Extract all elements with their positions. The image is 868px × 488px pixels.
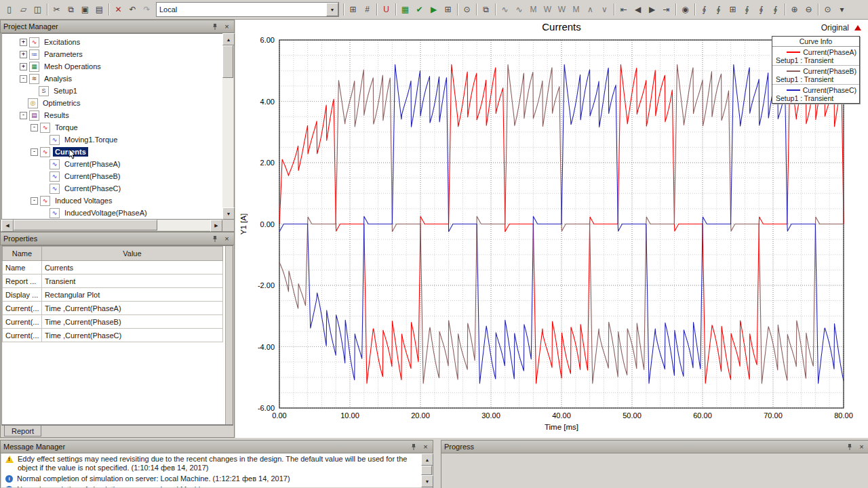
redo-button[interactable]: ↷ — [140, 2, 154, 17]
visibility-button[interactable]: ◉ — [678, 2, 692, 17]
properties-col-value[interactable]: Value — [41, 247, 222, 261]
tree-item-label[interactable]: Mesh Operations — [42, 62, 103, 71]
tree-item-torque[interactable]: -∿Torque — [2, 121, 233, 134]
search-button[interactable]: ⊙ — [460, 2, 474, 17]
legend-entry-current-phasea[interactable]: Current(PhaseA)Setup1 : Transient — [772, 47, 859, 66]
draw-wave2-tool[interactable]: W — [555, 2, 569, 17]
draw-poly-tool[interactable]: M — [569, 2, 583, 17]
scroll-down-icon[interactable]: ▼ — [222, 207, 235, 220]
close-icon[interactable]: × — [421, 443, 430, 451]
validate-button[interactable]: ✔ — [412, 2, 427, 17]
collapse-icon[interactable]: - — [31, 148, 38, 156]
tree-item-current-phaseb[interactable]: ∿Current(PhaseB) — [2, 170, 233, 182]
collapse-icon[interactable]: - — [20, 75, 27, 83]
draw-arc-tool[interactable]: M — [526, 2, 540, 17]
next-frame-button[interactable]: ▶ — [645, 2, 659, 17]
field-overlay-b-button[interactable]: ∮ — [711, 2, 726, 17]
tree-item-inducedvoltage-phasea[interactable]: ∿InducedVoltage(PhaseA) — [2, 207, 233, 219]
zoom-dropdown[interactable]: ▾ — [835, 2, 849, 17]
expand-icon[interactable]: + — [20, 51, 27, 58]
new-file-button[interactable]: ▯ — [2, 2, 16, 17]
sort-triangle-icon[interactable] — [854, 25, 861, 30]
zoom-out-button[interactable]: ⊖ — [802, 2, 816, 17]
undo-button[interactable]: ↶ — [125, 2, 140, 17]
scroll-up-icon[interactable]: ▲ — [222, 33, 235, 45]
property-value[interactable]: Time ,Current(PhaseB) — [41, 315, 222, 329]
prev-frame-button[interactable]: ◀ — [631, 2, 645, 17]
close-icon[interactable]: × — [222, 22, 231, 31]
save-button[interactable]: ◫ — [31, 2, 45, 17]
pin-icon[interactable] — [409, 443, 418, 451]
tree-item-parameters[interactable]: +≔Parameters — [2, 48, 233, 60]
tree-item-label[interactable]: Analysis — [42, 74, 74, 83]
zoom-in-button[interactable]: ⊕ — [787, 2, 802, 17]
tree-vertical-scrollbar[interactable]: ▲ ▼ — [222, 33, 233, 220]
scroll-down-icon[interactable]: ▼ — [421, 475, 433, 487]
scroll-up-icon[interactable]: ▲ — [421, 453, 433, 466]
copy-screen-button[interactable]: ⧉ — [479, 2, 493, 17]
scrollbar-thumb[interactable] — [14, 220, 157, 230]
print-button[interactable]: ▤ — [92, 2, 106, 17]
tree-item-moving1-torque[interactable]: ∿Moving1.Torque — [2, 134, 233, 146]
measure-button[interactable]: # — [360, 2, 374, 17]
pin-icon[interactable] — [210, 22, 219, 31]
message-item[interactable]: Eddy effect settings may need revisiting… — [1, 453, 421, 473]
draw-up-tool[interactable]: ∧ — [583, 2, 597, 17]
delete-button[interactable]: ✕ — [111, 2, 125, 17]
tree-item-currents[interactable]: -∿Currents — [2, 146, 233, 158]
close-icon[interactable]: × — [222, 235, 231, 243]
field-overlay-d-button[interactable]: ∮ — [754, 2, 768, 17]
tree-item-mesh-operations[interactable]: +▦Mesh Operations — [2, 60, 233, 73]
zoom-area-button[interactable]: ⊙ — [821, 2, 835, 17]
chevron-down-icon[interactable]: ▼ — [326, 3, 338, 16]
field-grid-button[interactable]: ⊞ — [726, 2, 740, 17]
tree-item-label[interactable]: Excitations — [42, 37, 82, 47]
mesh-settings-button[interactable]: ▦ — [398, 2, 412, 17]
draw-spline-tool[interactable]: ∿ — [512, 2, 526, 17]
legend-entry-current-phasec[interactable]: Current(PhaseC)Setup1 : Transient — [772, 85, 859, 103]
tree-item-label[interactable]: Results — [42, 110, 71, 120]
pin-icon[interactable] — [210, 235, 219, 243]
pin-icon[interactable] — [845, 443, 854, 451]
tree-item-excitations[interactable]: +∿Excitations — [2, 36, 233, 48]
tree-item-label[interactable]: Setup1 — [52, 86, 79, 96]
tree-item-setup1[interactable]: SSetup1 — [2, 85, 233, 97]
draw-down-tool[interactable]: ∨ — [597, 2, 612, 17]
expand-icon[interactable]: + — [20, 39, 27, 46]
expand-icon[interactable]: + — [20, 63, 27, 70]
collapse-icon[interactable]: - — [31, 197, 38, 205]
tree-item-induced-voltages[interactable]: -∿Induced Voltages — [2, 195, 233, 207]
message-vertical-scrollbar[interactable]: ▲ ▼ — [421, 453, 432, 487]
tree-item-analysis[interactable]: -≋Analysis — [2, 73, 233, 85]
draw-line-tool[interactable]: ∿ — [498, 2, 512, 17]
copy-button[interactable]: ⧉ — [64, 2, 78, 17]
scrollbar-thumb[interactable] — [421, 466, 432, 475]
last-frame-button[interactable]: ⇥ — [659, 2, 673, 17]
properties-col-name[interactable]: Name — [3, 247, 42, 261]
field-overlay-e-button[interactable]: ∮ — [768, 2, 783, 17]
close-icon[interactable]: × — [857, 443, 866, 451]
machine-select-combo[interactable]: Local▼ — [156, 2, 339, 17]
draw-wave-tool[interactable]: W — [540, 2, 555, 17]
first-frame-button[interactable]: ⇤ — [616, 2, 631, 17]
tree-item-label[interactable]: Optimetrics — [41, 98, 83, 108]
scroll-left-icon[interactable]: ◀ — [1, 220, 14, 232]
tree-item-label[interactable]: Torque — [53, 123, 80, 132]
tree-horizontal-scrollbar[interactable]: ◀ ▶ — [1, 220, 222, 230]
property-value[interactable]: Time ,Current(PhaseA) — [41, 302, 222, 315]
property-value[interactable]: Time ,Current(PhaseC) — [41, 329, 222, 342]
tree-item-current-phasea[interactable]: ∿Current(PhaseA) — [2, 158, 233, 170]
collapse-icon[interactable]: - — [31, 124, 38, 131]
property-value[interactable]: Rectangular Plot — [41, 288, 222, 302]
field-overlay-c-button[interactable]: ∮ — [740, 2, 754, 17]
tree-item-label[interactable]: Current(PhaseC) — [62, 184, 123, 193]
scroll-right-icon[interactable]: ▶ — [210, 220, 222, 232]
tree-item-label[interactable]: Induced Voltages — [53, 196, 114, 205]
tree-item-label[interactable]: Current(PhaseB) — [62, 171, 123, 181]
message-item[interactable]: Normal completion of simulation on serve… — [1, 473, 421, 484]
scrollbar-thumb[interactable] — [222, 45, 233, 78]
tree-item-label[interactable]: InducedVoltage(PhaseA) — [62, 208, 149, 218]
curve-info-legend[interactable]: Curve Info Current(PhaseA)Setup1 : Trans… — [772, 36, 860, 104]
excitation-button[interactable]: U — [379, 2, 393, 17]
legend-entry-current-phaseb[interactable]: Current(PhaseB)Setup1 : Transient — [772, 66, 859, 85]
